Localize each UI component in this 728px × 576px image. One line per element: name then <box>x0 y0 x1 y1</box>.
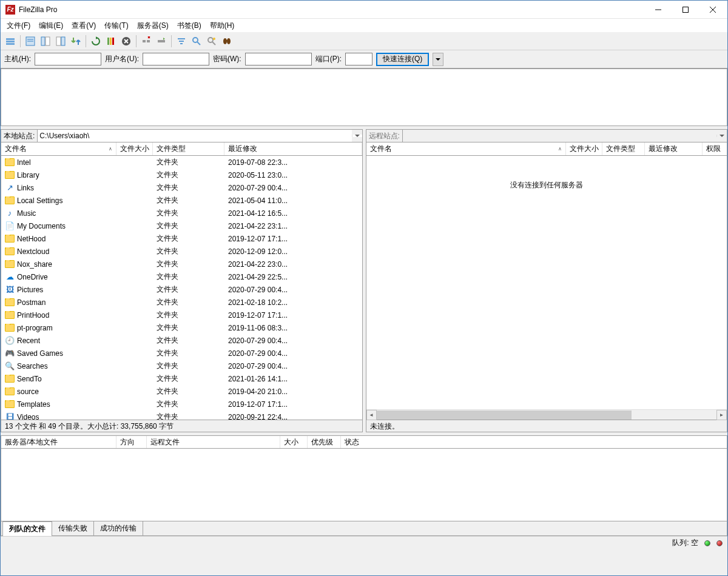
remote-path-dropdown[interactable] <box>716 135 727 137</box>
tab-failed[interactable]: 传输失败 <box>52 521 94 535</box>
toggle-queue-icon[interactable] <box>69 34 83 49</box>
toggle-remote-tree-icon[interactable] <box>53 34 68 49</box>
menu-file[interactable]: 文件(F) <box>3 19 34 32</box>
process-queue-icon[interactable] <box>104 34 118 49</box>
menu-bookmarks[interactable]: 书签(B) <box>174 19 205 32</box>
toggle-log-icon[interactable] <box>23 34 38 49</box>
file-type: 文件夹 <box>153 221 224 231</box>
col-size[interactable]: 文件大小 <box>566 142 602 155</box>
file-modified: 2021-02-18 10:2... <box>224 298 362 307</box>
reconnect-icon[interactable] <box>154 34 169 49</box>
maximize-button[interactable] <box>672 1 699 18</box>
file-row[interactable]: ♪Music文件夹2021-04-12 16:5... <box>1 207 362 219</box>
site-manager-icon[interactable] <box>3 34 18 49</box>
col-type[interactable]: 文件类型 <box>153 142 224 155</box>
menu-transfer[interactable]: 传输(T) <box>101 19 132 32</box>
queue-list[interactable] <box>1 449 727 521</box>
file-row[interactable]: Templates文件夹2019-12-07 17:1... <box>1 398 362 410</box>
remote-file-list[interactable]: 没有连接到任何服务器 ◄ ► <box>366 156 728 420</box>
file-row[interactable]: Intel文件夹2019-07-08 22:3... <box>1 156 362 169</box>
file-row[interactable]: PrintHood文件夹2019-12-07 17:1... <box>1 309 362 321</box>
file-row[interactable]: 🎮Saved Games文件夹2020-07-29 00:4... <box>1 347 362 360</box>
file-row[interactable]: 📄My Documents文件夹2021-04-22 23:1... <box>1 219 362 232</box>
toggle-local-tree-icon[interactable] <box>38 34 53 49</box>
user-input[interactable] <box>143 53 209 65</box>
file-modified: 2019-12-07 17:1... <box>224 235 362 243</box>
tab-queued[interactable]: 列队的文件 <box>2 521 52 536</box>
quickconnect-dropdown[interactable] <box>433 53 443 66</box>
sync-browse-icon[interactable] <box>204 34 219 49</box>
file-row[interactable]: Nox_share文件夹2021-04-22 23:0... <box>1 258 362 270</box>
compare-icon[interactable] <box>189 34 204 49</box>
file-name: SendTo <box>1 375 116 383</box>
search-remote-icon[interactable] <box>220 34 234 49</box>
refresh-icon[interactable] <box>89 34 103 49</box>
svg-rect-6 <box>6 43 15 45</box>
file-row[interactable]: Postman文件夹2021-02-18 10:2... <box>1 296 362 309</box>
local-list-header: 文件名∧ 文件大小 文件类型 最近修改 <box>1 142 363 156</box>
col-modified[interactable]: 最近修改 <box>645 142 703 155</box>
menu-edit[interactable]: 编辑(E) <box>35 19 67 32</box>
file-modified: 2019-04-20 21:0... <box>224 387 362 396</box>
file-row[interactable]: Nextcloud文件夹2020-12-09 12:0... <box>1 245 362 258</box>
file-type: 文件夹 <box>153 335 224 346</box>
file-name: PrintHood <box>1 311 116 320</box>
col-name[interactable]: 文件名∧ <box>1 142 116 155</box>
col-status[interactable]: 状态 <box>341 436 727 448</box>
local-file-list[interactable]: Intel文件夹2019-07-08 22:3...Library文件夹2020… <box>1 156 363 420</box>
svg-rect-14 <box>107 38 109 45</box>
col-priority[interactable]: 优先级 <box>308 436 341 448</box>
menu-view[interactable]: 查看(V) <box>68 19 99 32</box>
remote-path-input <box>402 130 716 142</box>
file-row[interactable]: NetHood文件夹2019-12-07 17:1... <box>1 232 362 245</box>
col-size[interactable]: 大小 <box>280 436 308 448</box>
file-row[interactable]: 🔍Searches文件夹2020-07-29 00:4... <box>1 360 362 372</box>
horizontal-scrollbar[interactable]: ◄ ► <box>366 409 727 420</box>
scroll-right-icon[interactable]: ► <box>716 410 727 420</box>
file-row[interactable]: pt-program文件夹2019-11-06 08:3... <box>1 321 362 334</box>
quickconnect-button[interactable]: 快速连接(Q) <box>376 53 429 66</box>
file-row[interactable]: Local Settings文件夹2021-05-04 11:0... <box>1 194 362 207</box>
col-remote[interactable]: 远程文件 <box>147 436 280 448</box>
cancel-icon[interactable] <box>119 34 133 49</box>
scroll-left-icon[interactable]: ◄ <box>366 410 377 420</box>
minimize-button[interactable] <box>644 1 672 18</box>
file-modified: 2020-07-29 00:4... <box>224 286 362 294</box>
file-row[interactable]: ↗Links文件夹2020-07-29 00:4... <box>1 181 362 194</box>
file-row[interactable]: source文件夹2019-04-20 21:0... <box>1 385 362 398</box>
file-row[interactable]: Library文件夹2020-05-11 23:0... <box>1 169 362 181</box>
col-server[interactable]: 服务器/本地文件 <box>1 436 116 448</box>
file-name: ☁OneDrive <box>1 272 116 282</box>
file-modified: 2020-07-29 00:4... <box>224 349 362 358</box>
separator <box>86 35 86 47</box>
file-row[interactable]: 🖼Pictures文件夹2020-07-29 00:4... <box>1 283 362 296</box>
port-input[interactable] <box>345 53 372 65</box>
col-size[interactable]: 文件大小 <box>116 142 153 155</box>
scrollbar-thumb[interactable] <box>377 410 632 420</box>
file-type: 文件夹 <box>153 373 224 384</box>
menu-help[interactable]: 帮助(H) <box>206 19 238 32</box>
file-name: ↗Links <box>1 183 116 193</box>
menu-server[interactable]: 服务器(S) <box>133 19 172 32</box>
file-row[interactable]: 🕘Recent文件夹2020-07-29 00:4... <box>1 334 362 347</box>
file-row[interactable]: 🎞Videos文件夹2020-09-21 22:4... <box>1 410 362 420</box>
host-input[interactable] <box>35 53 101 65</box>
filter-icon[interactable] <box>174 34 189 49</box>
file-row[interactable]: ☁OneDrive文件夹2021-04-29 22:5... <box>1 270 362 283</box>
tab-success[interactable]: 成功的传输 <box>93 521 143 535</box>
pass-input[interactable] <box>245 53 312 65</box>
col-modified[interactable]: 最近修改 <box>224 142 362 155</box>
col-direction[interactable]: 方向 <box>116 436 147 448</box>
local-path-input[interactable] <box>37 130 351 142</box>
local-path-dropdown[interactable] <box>352 135 362 137</box>
disconnect-icon[interactable] <box>139 34 153 49</box>
col-perm[interactable]: 权限 <box>703 142 727 155</box>
col-name[interactable]: 文件名∧ <box>366 142 567 155</box>
message-log[interactable] <box>1 69 727 126</box>
file-row[interactable]: SendTo文件夹2021-01-26 14:1... <box>1 372 362 385</box>
close-button[interactable] <box>699 1 726 18</box>
separator <box>136 35 136 47</box>
col-type[interactable]: 文件类型 <box>602 142 645 155</box>
file-type: 文件夹 <box>153 195 224 206</box>
user-label: 用户名(U): <box>105 54 139 64</box>
